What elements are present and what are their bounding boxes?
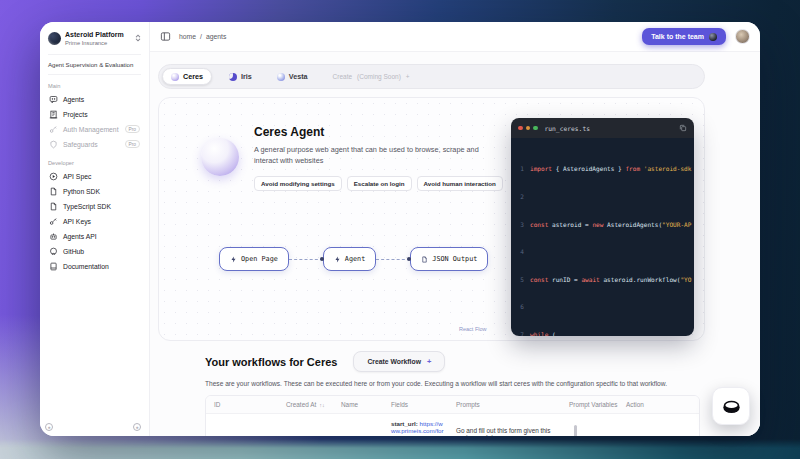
- minimize-dot-icon[interactable]: [526, 126, 531, 131]
- cell-fields: start_url: https://www.primeis.com/forms…: [383, 414, 448, 436]
- sidebar-item-auth-management[interactable]: Auth Management Pro: [48, 122, 141, 137]
- agent-tabs: Ceres Iris Vesta Create (Coming Soon) +: [158, 64, 705, 89]
- user-avatar[interactable]: [735, 29, 750, 44]
- key-icon: [49, 217, 58, 226]
- tab-vesta[interactable]: Vesta: [269, 69, 316, 84]
- sort-icon[interactable]: ↑↓: [319, 402, 325, 408]
- main-area: home / agents Talk to the team Ceres: [150, 22, 760, 436]
- workflows-header: Your workflows for Ceres Create Workflow…: [205, 351, 705, 372]
- tab-label: Iris: [241, 72, 252, 81]
- workflows-description: These are your workflows. These can be e…: [205, 380, 705, 387]
- tab-iris[interactable]: Iris: [221, 69, 260, 84]
- sidebar: Asteroid Platform Prime Insurance Agent …: [40, 22, 150, 436]
- sidebar-item-api-spec[interactable]: API Spec: [48, 169, 141, 184]
- tab-label: Ceres: [183, 72, 203, 81]
- sidebar-item-label: GitHub: [63, 248, 84, 255]
- col-id: ID: [206, 396, 278, 413]
- workspace-tagline: Agent Supervision & Evaluation: [48, 54, 141, 75]
- sidebar-toggle-icon[interactable]: [160, 31, 171, 42]
- cell-created-at: [278, 414, 333, 436]
- chevron-updown-icon[interactable]: [135, 34, 141, 42]
- create-label: Create: [333, 73, 353, 80]
- breadcrumb-current[interactable]: agents: [206, 33, 226, 40]
- asteroid-logo-icon: [48, 32, 61, 45]
- pro-badge: Pro: [125, 125, 140, 133]
- sidebar-item-safeguards[interactable]: Safeguards Pro: [48, 137, 141, 152]
- file-icon: [49, 202, 58, 211]
- code-line: import { AsteroidAgents } from 'asteroid…: [511, 164, 694, 173]
- flow-node-label: Agent: [345, 255, 365, 263]
- col-prompts: Prompts: [448, 396, 561, 413]
- code-line: const runID = await asteroid.runWorkflow…: [511, 275, 694, 284]
- flow-node-open-page[interactable]: Open Page: [219, 247, 289, 271]
- breadcrumb-home[interactable]: home: [179, 33, 196, 40]
- cell-scrollbar[interactable]: [574, 425, 577, 436]
- astronaut-icon: [709, 33, 717, 41]
- col-fields: Fields: [383, 396, 448, 413]
- field-key: start_url:: [391, 420, 418, 427]
- sidebar-item-typescript-sdk[interactable]: TypeScript SDK: [48, 199, 141, 214]
- col-created-at[interactable]: Created At ↑↓: [278, 396, 333, 413]
- assistant-button[interactable]: [712, 387, 750, 425]
- agent-description: A general purpose web agent that can be …: [254, 145, 492, 167]
- agent-badge: Avoid modifying settings: [254, 176, 342, 191]
- sidebar-item-documentation[interactable]: Documentation: [48, 259, 141, 274]
- agents-icon: [49, 95, 58, 104]
- code-line: [511, 192, 694, 201]
- flow-node-label: Open Page: [241, 255, 278, 263]
- sidebar-item-python-sdk[interactable]: Python SDK: [48, 184, 141, 199]
- flow-node-label: JSON Output: [432, 255, 477, 263]
- tab-create[interactable]: Create (Coming Soon) +: [333, 73, 410, 80]
- table-header-row: ID Created At ↑↓ Name Fields Prompts Pro…: [206, 396, 699, 414]
- tab-label: Vesta: [289, 72, 308, 81]
- sidebar-item-agents-api[interactable]: Agents API: [48, 229, 141, 244]
- sidebar-item-api-keys[interactable]: API Keys: [48, 214, 141, 229]
- help-icon[interactable]: ●: [133, 423, 141, 431]
- flow-node-json-output[interactable]: JSON Output: [410, 247, 488, 271]
- sidebar-item-agents[interactable]: Agents: [48, 92, 141, 107]
- tab-ceres[interactable]: Ceres: [162, 68, 212, 85]
- maximize-dot-icon[interactable]: [533, 126, 538, 131]
- table-row[interactable]: start_url: https://www.primeis.com/forms…: [206, 414, 699, 436]
- section-label-developer: Developer: [48, 160, 141, 166]
- flow-node-agent[interactable]: Agent: [323, 247, 376, 271]
- iris-planet-icon: [229, 73, 237, 81]
- github-icon: [49, 247, 58, 256]
- agent-badge: Escalate on login: [347, 176, 412, 191]
- user-menu-icon[interactable]: ●: [45, 423, 53, 431]
- close-dot-icon[interactable]: [518, 126, 523, 131]
- sidebar-item-projects[interactable]: Projects: [48, 107, 141, 122]
- file-icon: [49, 187, 58, 196]
- cell-id: [206, 414, 278, 436]
- vesta-planet-icon: [277, 73, 285, 81]
- code-line: [511, 247, 694, 256]
- code-editor-titlebar: run_ceres.ts: [511, 118, 694, 138]
- create-workflow-button[interactable]: Create Workflow +: [353, 351, 445, 372]
- plus-icon: +: [427, 357, 431, 366]
- pro-badge: Pro: [125, 140, 140, 148]
- cell-prompt-variables: [561, 414, 618, 436]
- sidebar-item-github[interactable]: GitHub: [48, 244, 141, 259]
- col-prompt-variables: Prompt Variables: [561, 396, 618, 413]
- org-switcher[interactable]: Asteroid Platform Prime Insurance: [48, 31, 141, 46]
- breadcrumb: home / agents: [179, 33, 226, 40]
- workflow-diagram: Open Page Agent JSON Output: [219, 247, 488, 271]
- workflows-section: Your workflows for Ceres Create Workflow…: [205, 351, 705, 436]
- agent-info: Ceres Agent A general purpose web agent …: [254, 125, 506, 191]
- code-content[interactable]: import { AsteroidAgents } from 'asteroid…: [511, 138, 694, 336]
- topbar: home / agents Talk to the team: [150, 22, 760, 52]
- workflows-title: Your workflows for Ceres: [205, 356, 337, 368]
- reactflow-attribution[interactable]: React Flow: [459, 326, 487, 332]
- app-window: Asteroid Platform Prime Insurance Agent …: [40, 22, 760, 436]
- ceres-planet-icon: [171, 73, 179, 81]
- copy-icon[interactable]: [679, 124, 687, 132]
- breadcrumb-separator: /: [200, 33, 202, 40]
- agent-title: Ceres Agent: [254, 125, 506, 139]
- create-note: (Coming Soon): [357, 73, 401, 80]
- agent-badge: Avoid human interaction: [417, 176, 503, 191]
- talk-to-team-button[interactable]: Talk to the team: [642, 28, 726, 45]
- docs-icon: [49, 262, 58, 271]
- api-spec-icon: [49, 172, 58, 181]
- col-label: Created At: [286, 401, 316, 408]
- agent-badges: Avoid modifying settings Escalate on log…: [254, 176, 506, 191]
